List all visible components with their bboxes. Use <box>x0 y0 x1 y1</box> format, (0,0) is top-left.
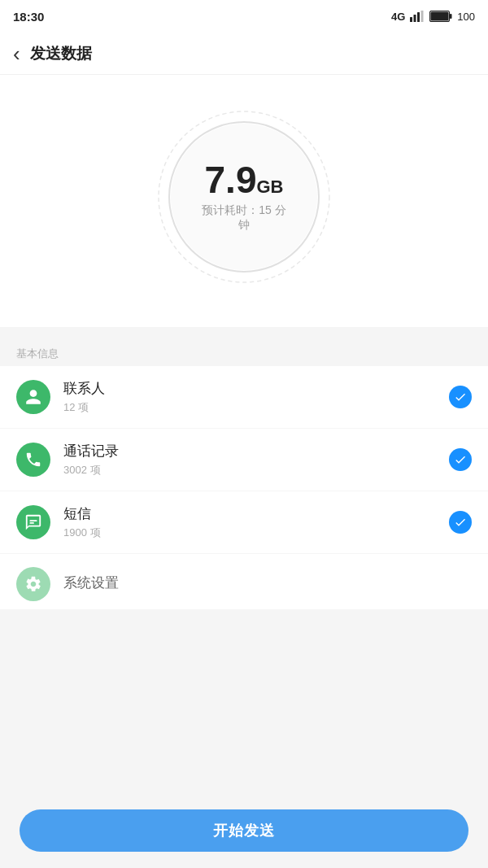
calls-text: 通话记录 3002 项 <box>63 442 449 478</box>
sms-icon-bg <box>16 505 50 539</box>
page-title: 发送数据 <box>30 43 92 64</box>
sms-icon <box>24 513 42 531</box>
data-size-value: 7.9GB <box>199 161 289 198</box>
list-container: 联系人 12 项 通话记录 3002 项 <box>0 366 488 553</box>
status-time: 18:30 <box>13 10 44 24</box>
contact-text: 联系人 12 项 <box>63 379 449 415</box>
svg-rect-0 <box>410 17 412 22</box>
contact-icon-bg <box>16 380 50 414</box>
network-bars-icon <box>410 11 425 22</box>
check-icon-3 <box>454 516 467 529</box>
status-bar: 18:30 4G 100 <box>0 0 488 33</box>
battery-icon <box>429 11 452 22</box>
system-icon-bg <box>16 567 50 601</box>
list-item-calls[interactable]: 通话记录 3002 项 <box>0 429 488 491</box>
svg-rect-3 <box>421 11 424 22</box>
start-send-button[interactable]: 开始发送 <box>20 809 468 852</box>
svg-rect-1 <box>414 15 416 22</box>
data-size-circle: 7.9GB 预计耗时：15 分钟 <box>155 107 333 286</box>
circle-section: 7.9GB 预计耗时：15 分钟 <box>0 75 488 327</box>
sms-text: 短信 1900 项 <box>63 504 449 540</box>
system-icon <box>24 575 42 593</box>
partial-item-title: 系统设置 <box>63 574 119 592</box>
list-item-sms[interactable]: 短信 1900 项 <box>0 491 488 553</box>
phone-icon-bg <box>16 443 50 477</box>
contact-check[interactable] <box>449 386 472 408</box>
calls-title: 通话记录 <box>63 442 449 460</box>
signal-icon: 4G <box>391 11 405 23</box>
sms-check[interactable] <box>449 511 472 534</box>
svg-rect-11 <box>29 522 34 524</box>
check-icon <box>454 390 467 403</box>
partial-item-row: 系统设置 <box>0 554 488 609</box>
contact-count: 12 项 <box>63 400 449 415</box>
svg-rect-10 <box>29 520 37 521</box>
list-item-contacts[interactable]: 联系人 12 项 <box>0 366 488 429</box>
contact-title: 联系人 <box>63 379 449 398</box>
svg-rect-2 <box>417 12 420 22</box>
svg-rect-5 <box>450 14 452 19</box>
estimate-text: 预计耗时：15 分钟 <box>199 203 289 233</box>
sms-count: 1900 项 <box>63 526 449 540</box>
phone-icon <box>24 451 42 469</box>
calls-check[interactable] <box>449 448 472 471</box>
back-button[interactable]: ‹ <box>13 43 20 64</box>
check-icon-2 <box>454 453 467 466</box>
battery-level: 100 <box>457 11 475 23</box>
svg-rect-6 <box>431 12 449 21</box>
circle-content: 7.9GB 预计耗时：15 分钟 <box>199 161 289 233</box>
partial-item: 系统设置 <box>0 553 488 609</box>
sms-title: 短信 <box>63 504 449 523</box>
calls-count: 3002 项 <box>63 463 449 478</box>
contact-icon <box>24 388 42 406</box>
bottom-bar: 开始发送 <box>0 800 488 868</box>
status-icons: 4G 100 <box>391 11 475 23</box>
section-divider <box>0 327 488 335</box>
section-label: 基本信息 <box>0 335 488 366</box>
header: ‹ 发送数据 <box>0 33 488 75</box>
